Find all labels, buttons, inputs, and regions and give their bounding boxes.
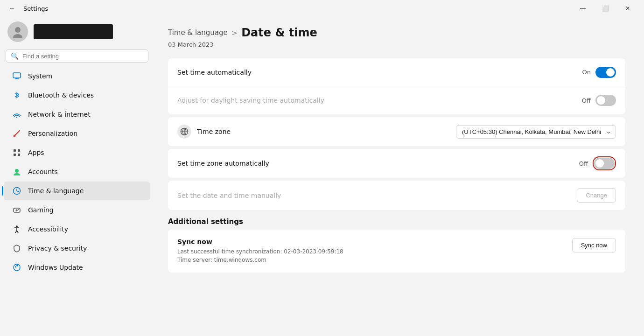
sidebar-item-label-bluetooth: Bluetooth & devices bbox=[28, 91, 94, 99]
sidebar-item-system[interactable]: System bbox=[4, 67, 150, 85]
sync-sub2: Time server: time.windows.com bbox=[177, 256, 343, 264]
sidebar-item-network[interactable]: Network & internet bbox=[4, 105, 150, 124]
profile-name-redacted bbox=[34, 24, 113, 39]
time-icon bbox=[12, 186, 21, 196]
timezone-label: Time zone bbox=[197, 128, 231, 135]
search-icon: 🔍 bbox=[11, 52, 19, 60]
back-button[interactable]: ← bbox=[6, 2, 19, 15]
sidebar-item-personalization[interactable]: Personalization bbox=[4, 124, 150, 143]
bluetooth-icon bbox=[12, 91, 21, 100]
svg-point-25 bbox=[14, 264, 20, 271]
svg-point-5 bbox=[16, 117, 17, 118]
title-bar: ← Settings — ⬜ ✕ bbox=[0, 0, 644, 17]
update-icon bbox=[12, 263, 21, 272]
sync-sub1: Last successful time synchronization: 02… bbox=[177, 247, 343, 256]
sidebar-item-label-network: Network & internet bbox=[28, 111, 91, 118]
timezone-auto-card: Set time zone automatically Off bbox=[168, 149, 625, 178]
set-timezone-auto-row: Set time zone automatically Off bbox=[168, 149, 625, 178]
sidebar-item-gaming[interactable]: Gaming bbox=[4, 201, 150, 219]
system-icon bbox=[12, 71, 21, 81]
set-timezone-auto-label: Set time zone automatically bbox=[177, 160, 269, 167]
gaming-icon bbox=[12, 205, 21, 215]
breadcrumb-parent: Time & language bbox=[168, 28, 228, 37]
daylight-saving-toggle[interactable] bbox=[595, 95, 616, 106]
svg-point-19 bbox=[18, 209, 19, 210]
svg-line-15 bbox=[17, 191, 19, 192]
set-time-auto-toggle[interactable] bbox=[595, 67, 616, 78]
timezone-dropdown-wrapper[interactable]: (UTC+05:30) Chennai, Kolkata, Mumbai, Ne… bbox=[456, 125, 616, 139]
personalization-icon bbox=[12, 129, 21, 138]
breadcrumb-separator: > bbox=[231, 28, 238, 37]
sidebar-item-update[interactable]: Windows Update bbox=[4, 258, 150, 277]
svg-rect-9 bbox=[18, 149, 20, 152]
svg-point-20 bbox=[16, 225, 18, 227]
change-button[interactable]: Change bbox=[577, 188, 616, 203]
svg-rect-11 bbox=[18, 154, 20, 156]
profile-section bbox=[0, 17, 154, 49]
svg-point-12 bbox=[15, 169, 19, 173]
sidebar-item-label-update: Windows Update bbox=[28, 264, 83, 271]
daylight-saving-controls: Off bbox=[582, 95, 616, 106]
timezone-row: Time zone (UTC+05:30) Chennai, Kolkata, … bbox=[168, 117, 625, 146]
sidebar-item-time[interactable]: Time & language bbox=[4, 182, 150, 200]
additional-settings-header: Additional settings bbox=[168, 217, 625, 226]
set-date-manual-label: Set the date and time manually bbox=[177, 192, 281, 199]
minimize-button[interactable]: — bbox=[572, 1, 594, 16]
sidebar-item-label-apps: Apps bbox=[28, 149, 44, 156]
set-date-manual-row: Set the date and time manually Change bbox=[168, 181, 625, 210]
set-timezone-auto-toggle[interactable] bbox=[594, 158, 615, 169]
set-time-auto-toggle-label: On bbox=[582, 69, 591, 76]
daylight-saving-toggle-label: Off bbox=[582, 97, 591, 104]
svg-point-7 bbox=[14, 135, 16, 137]
timezone-icon bbox=[177, 125, 191, 139]
nav-list: System Bluetooth & devices Network & int… bbox=[0, 66, 154, 277]
search-bar[interactable]: 🔍 bbox=[6, 49, 148, 63]
sidebar-item-accounts[interactable]: Accounts bbox=[4, 162, 150, 181]
set-timezone-auto-toggle-label: Off bbox=[579, 160, 588, 167]
set-date-manual-card: Set the date and time manually Change bbox=[168, 181, 625, 210]
timezone-select[interactable]: (UTC+05:30) Chennai, Kolkata, Mumbai, Ne… bbox=[456, 125, 616, 139]
svg-line-24 bbox=[17, 231, 18, 233]
sidebar: 🔍 System Bluetooth & devices Network & i… bbox=[0, 17, 154, 336]
set-time-auto-row: Set time automatically On bbox=[168, 58, 625, 86]
close-button[interactable]: ✕ bbox=[617, 1, 638, 16]
sidebar-item-label-personalization: Personalization bbox=[28, 130, 77, 137]
sync-title: Sync now bbox=[177, 238, 343, 245]
time-auto-card: Set time automatically On Adjust for day… bbox=[168, 58, 625, 114]
sidebar-item-label-time: Time & language bbox=[28, 187, 84, 195]
avatar bbox=[7, 21, 28, 42]
svg-point-1 bbox=[13, 34, 22, 38]
app-layout: 🔍 System Bluetooth & devices Network & i… bbox=[0, 17, 644, 336]
network-icon bbox=[12, 110, 21, 119]
timezone-card: Time zone (UTC+05:30) Chennai, Kolkata, … bbox=[168, 117, 625, 146]
sync-card-inner: Sync now Last successful time synchroniz… bbox=[168, 230, 625, 273]
sidebar-item-label-system: System bbox=[28, 72, 52, 80]
breadcrumb: Time & language > Date & time bbox=[168, 26, 625, 39]
accounts-icon bbox=[12, 167, 21, 176]
sidebar-item-label-accessibility: Accessibility bbox=[28, 225, 68, 233]
sync-now-button[interactable]: Sync now bbox=[572, 238, 616, 252]
app-title: Settings bbox=[23, 5, 48, 12]
privacy-icon bbox=[12, 244, 21, 253]
sidebar-item-label-accounts: Accounts bbox=[28, 168, 58, 175]
set-timezone-auto-highlight-border bbox=[593, 156, 616, 170]
set-time-auto-label: Set time automatically bbox=[177, 69, 252, 76]
svg-rect-8 bbox=[14, 149, 16, 152]
daylight-saving-label: Adjust for daylight saving time automati… bbox=[177, 97, 324, 104]
sidebar-item-bluetooth[interactable]: Bluetooth & devices bbox=[4, 86, 150, 105]
daylight-saving-row: Adjust for daylight saving time automati… bbox=[168, 86, 625, 114]
svg-rect-10 bbox=[14, 154, 16, 156]
sidebar-item-label-gaming: Gaming bbox=[28, 206, 54, 214]
breadcrumb-current: Date & time bbox=[241, 26, 317, 39]
main-content: Time & language > Date & time 03 March 2… bbox=[154, 17, 644, 336]
set-timezone-auto-controls: Off bbox=[579, 156, 616, 170]
search-input[interactable] bbox=[22, 53, 143, 60]
sidebar-item-accessibility[interactable]: Accessibility bbox=[4, 220, 150, 238]
maximize-button[interactable]: ⬜ bbox=[595, 1, 616, 16]
sync-info: Sync now Last successful time synchroniz… bbox=[177, 238, 343, 264]
sidebar-item-label-privacy: Privacy & security bbox=[28, 245, 87, 252]
accessibility-icon bbox=[12, 224, 21, 234]
sidebar-item-privacy[interactable]: Privacy & security bbox=[4, 239, 150, 258]
sidebar-item-apps[interactable]: Apps bbox=[4, 143, 150, 162]
svg-line-23 bbox=[15, 231, 17, 233]
